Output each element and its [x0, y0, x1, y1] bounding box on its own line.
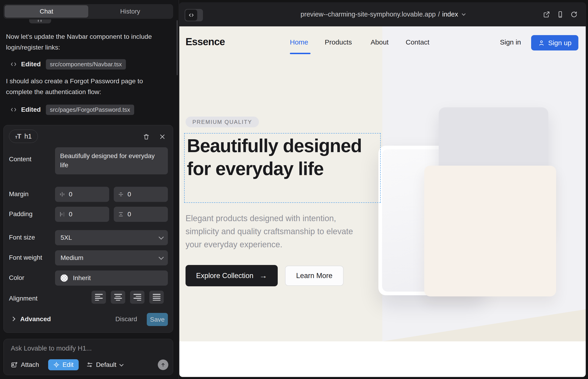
align-center-button[interactable] [111, 291, 125, 304]
assistant-message: Now let's update the Navbar component to… [6, 31, 169, 53]
composer-placeholder[interactable]: Ask Lovable to modify H1... [11, 345, 92, 352]
target-icon [53, 362, 60, 368]
site-logo[interactable]: Essence [186, 36, 225, 47]
chevron-right-icon [11, 316, 15, 321]
edited-file-chip[interactable]: src/components/Navbar.tsx [46, 59, 126, 69]
assistant-message: I should also create a Forgot Password p… [6, 76, 169, 97]
sign-in-link[interactable]: Sign in [500, 38, 521, 46]
align-left-button[interactable] [92, 291, 106, 304]
scrolled-chip-remnant [29, 19, 51, 23]
edit-mode-button[interactable]: Edit [48, 359, 78, 370]
nav-link-contact[interactable]: Contact [406, 38, 429, 46]
margin-vertical-icon [118, 191, 124, 197]
code-icon [10, 106, 17, 113]
refresh-button[interactable] [570, 11, 578, 18]
padding-label: Padding [9, 210, 32, 218]
tab-history[interactable]: History [88, 5, 172, 18]
padding-y-input[interactable]: 0 [114, 207, 168, 222]
content-textarea[interactable]: Beautifully designed for everyday life [55, 147, 168, 174]
discard-button[interactable]: Discard [115, 316, 137, 323]
align-justify-button[interactable] [149, 291, 164, 304]
tab-chat[interactable]: Chat [5, 5, 88, 18]
edited-file-row[interactable]: Edited src/components/Navbar.tsx [10, 59, 126, 69]
url-page: index [442, 11, 458, 18]
padding-x-value: 0 [69, 211, 73, 218]
margin-y-value: 0 [127, 191, 131, 198]
send-button[interactable] [158, 360, 168, 370]
nav-link-home[interactable]: Home [290, 38, 308, 46]
hero-heading[interactable]: Beautifully designed for everyday life [187, 134, 380, 180]
decor-card-beige [424, 166, 556, 296]
open-external-button[interactable] [542, 11, 550, 18]
arrow-right-icon: → [259, 271, 267, 280]
alignment-label: Alignment [9, 295, 38, 302]
edit-label: Edit [62, 361, 73, 368]
sidebar-tabs: Chat History [3, 4, 173, 19]
delete-element-button[interactable] [142, 132, 151, 141]
url-host: preview--charming-site-symphony.lovable.… [301, 11, 436, 18]
margin-y-input[interactable]: 0 [114, 187, 168, 202]
save-button[interactable]: Save [147, 313, 168, 326]
explore-collection-button[interactable]: Explore Collection → [186, 265, 278, 286]
chat-composer[interactable]: Ask Lovable to modify H1... Attach Edit [3, 339, 173, 375]
nav-link-products[interactable]: Products [325, 38, 352, 46]
margin-x-input[interactable]: 0 [55, 187, 109, 202]
color-label: Color [9, 274, 24, 282]
url-separator: / [438, 11, 440, 18]
padding-x-input[interactable]: 0 [55, 207, 109, 222]
font-size-value: 5XL [61, 234, 72, 241]
align-right-icon [134, 294, 141, 300]
chat-sidebar: Chat History Now let's update the Navbar… [0, 0, 179, 379]
margin-label: Margin [9, 190, 29, 198]
font-weight-select[interactable]: Medium [55, 250, 168, 266]
edit-action-label: Edited [21, 61, 41, 68]
close-panel-button[interactable] [158, 132, 167, 141]
align-right-button[interactable] [130, 291, 144, 304]
attach-button[interactable]: Attach [11, 361, 39, 368]
chevron-down-icon [159, 255, 164, 260]
preview-browser-frame: preview--charming-site-symphony.lovable.… [179, 2, 586, 377]
chat-scrollbar[interactable] [177, 20, 178, 75]
sliders-icon [86, 362, 93, 368]
attach-image-icon [11, 361, 18, 368]
margin-horizontal-icon [59, 191, 65, 197]
nav-link-about[interactable]: About [371, 38, 388, 46]
chevron-down-icon [159, 235, 164, 240]
element-tag-pill[interactable]: тT h1 [9, 130, 38, 143]
margin-x-value: 0 [69, 191, 73, 198]
edit-action-label: Edited [21, 106, 41, 113]
active-nav-underline [290, 53, 310, 54]
learn-more-button[interactable]: Learn More [285, 266, 343, 286]
edited-file-chip[interactable]: src/pages/ForgotPassword.tsx [46, 105, 134, 115]
hero-paragraph[interactable]: Elegant products designed with intention… [186, 212, 369, 251]
padding-y-value: 0 [127, 211, 131, 218]
chevron-down-icon [462, 12, 466, 16]
edited-file-row[interactable]: Edited src/pages/ForgotPassword.tsx [10, 105, 134, 115]
font-weight-value: Medium [61, 254, 83, 262]
url-bar[interactable]: preview--charming-site-symphony.lovable.… [179, 2, 586, 26]
sign-up-button[interactable]: Sign up [531, 35, 578, 50]
attach-label: Attach [21, 361, 39, 368]
font-weight-label: Font weight [9, 254, 42, 261]
font-size-select[interactable]: 5XL [55, 230, 168, 245]
mode-label: Default [96, 361, 117, 368]
content-label: Content [9, 156, 31, 163]
align-left-icon [95, 294, 103, 300]
app-root: Chat History Now let's update the Navbar… [0, 0, 588, 379]
padding-horizontal-icon [59, 211, 65, 217]
hero-section: Essence Home Products About Contact Sign… [179, 26, 586, 341]
premium-badge: PREMIUM QUALITY [186, 117, 259, 127]
mode-select[interactable]: Default [86, 361, 123, 368]
explore-label: Explore Collection [196, 272, 253, 280]
advanced-toggle[interactable]: Advanced [20, 316, 51, 323]
color-swatch [61, 274, 68, 282]
element-editor-panel: тT h1 Content Beautifully designed for e… [3, 125, 173, 333]
text-type-icon: тT [15, 132, 21, 140]
person-icon [538, 39, 545, 46]
site-viewport: Essence Home Products About Contact Sign… [179, 26, 586, 377]
element-tag-label: h1 [24, 133, 32, 140]
color-field[interactable]: Inherit [55, 270, 168, 286]
mobile-view-button[interactable] [556, 11, 564, 18]
code-icon [10, 61, 17, 68]
font-size-label: Font size [9, 234, 35, 241]
